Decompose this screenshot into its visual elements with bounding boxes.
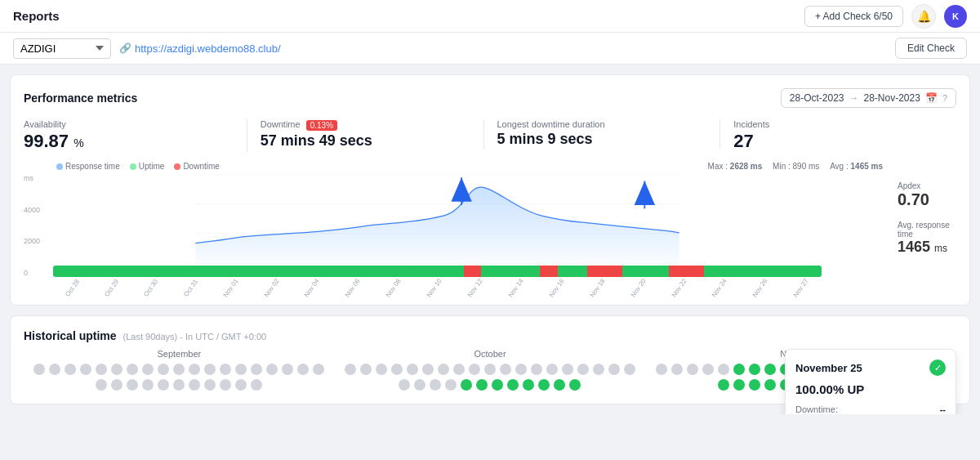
dot[interactable] (127, 364, 138, 375)
dot[interactable] (453, 364, 465, 375)
date-separator: → (849, 92, 859, 104)
y-label-ms: ms (24, 174, 53, 182)
dot[interactable] (111, 379, 122, 391)
site-selector[interactable]: AZDIGI (13, 38, 111, 59)
dot[interactable] (749, 379, 760, 391)
edit-check-button[interactable]: Edit Check (895, 38, 967, 59)
dot[interactable] (624, 364, 635, 375)
dot[interactable] (173, 379, 185, 391)
dot[interactable] (593, 364, 604, 375)
dot[interactable] (461, 379, 472, 391)
notifications-button[interactable]: 🔔 (911, 4, 936, 29)
dot[interactable] (189, 364, 200, 375)
dot[interactable] (749, 364, 760, 375)
dot[interactable] (569, 379, 581, 391)
dot[interactable] (554, 379, 565, 391)
dot[interactable] (173, 364, 185, 375)
dot[interactable] (608, 364, 620, 375)
dot[interactable] (484, 364, 496, 375)
dot[interactable] (687, 364, 698, 375)
dot[interactable] (671, 364, 683, 375)
x-axis: Oct 28 Oct 29 Oct 30 Oct 31 Nov 01 Nov 0… (53, 284, 822, 292)
dot[interactable] (266, 364, 278, 375)
page-title: Reports (13, 9, 60, 23)
apdex-label: Apdex (898, 181, 956, 190)
dot[interactable] (764, 364, 776, 375)
date-range-picker[interactable]: 28-Oct-2023 → 28-Nov-2023 📅 ? (781, 88, 956, 108)
chart-container: Response time Uptime Downtime Max : 2628… (24, 162, 956, 292)
dot[interactable] (376, 364, 387, 375)
dot[interactable] (733, 379, 745, 391)
dot[interactable] (407, 364, 418, 375)
dot[interactable] (469, 364, 480, 375)
dot[interactable] (345, 364, 356, 375)
dot[interactable] (204, 379, 216, 391)
dot[interactable] (360, 364, 372, 375)
dot[interactable] (189, 379, 200, 391)
dot[interactable] (80, 364, 91, 375)
dot[interactable] (251, 364, 262, 375)
dot[interactable] (235, 379, 247, 391)
dot[interactable] (438, 364, 449, 375)
side-metrics: Apdex 0.70 Avg. response time 1465 ms (891, 174, 956, 292)
dot[interactable] (65, 364, 76, 375)
dot[interactable] (538, 379, 550, 391)
dot[interactable] (49, 364, 60, 375)
dot[interactable] (445, 379, 457, 391)
dot[interactable] (764, 379, 776, 391)
dot[interactable] (96, 379, 107, 391)
dot[interactable] (235, 364, 247, 375)
chart-svg (53, 174, 822, 264)
add-check-button[interactable]: + Add Check 6/50 (804, 6, 903, 27)
dot[interactable] (142, 379, 154, 391)
uptime-title: Historical uptime (24, 329, 117, 342)
dot[interactable] (507, 379, 519, 391)
dot[interactable] (523, 379, 534, 391)
response-time-dot (56, 163, 63, 170)
dot[interactable] (546, 364, 558, 375)
dot[interactable] (111, 364, 122, 375)
dot[interactable] (414, 379, 425, 391)
dot[interactable] (297, 364, 309, 375)
dot[interactable] (422, 364, 434, 375)
dot[interactable] (531, 364, 542, 375)
dot[interactable] (718, 379, 729, 391)
top-bar-actions: + Add Check 6/50 🔔 K (804, 4, 967, 29)
dot[interactable] (282, 364, 293, 375)
top-bar: Reports + Add Check 6/50 🔔 K (0, 0, 980, 33)
dot[interactable] (313, 364, 324, 375)
dot[interactable] (515, 364, 527, 375)
dot[interactable] (500, 364, 511, 375)
dot[interactable] (718, 364, 729, 375)
dot[interactable] (204, 364, 216, 375)
dot[interactable] (430, 379, 441, 391)
dot[interactable] (577, 364, 589, 375)
dot[interactable] (220, 364, 231, 375)
downtime-metric: Downtime 0.13% 57 mins 49 secs (247, 119, 484, 150)
dot[interactable] (733, 364, 745, 375)
dot[interactable] (476, 379, 488, 391)
dot[interactable] (158, 364, 169, 375)
downtime-value: 57 mins 49 secs (261, 132, 470, 150)
dot[interactable] (391, 364, 403, 375)
dot[interactable] (220, 379, 231, 391)
avatar[interactable]: K (944, 5, 967, 28)
availability-metric: Availability 99.87 % (24, 119, 247, 152)
dot[interactable] (702, 364, 714, 375)
y-label-2000: 2000 (24, 237, 53, 245)
uptime-header: Historical uptime (Last 90days) - In UTC… (24, 329, 956, 342)
dot[interactable] (96, 364, 107, 375)
site-url-link[interactable]: 🔗 https://azdigi.webdemo88.club/ (119, 42, 281, 55)
chart-stats: Max : 2628 ms Min : 890 ms Avg : 1465 ms (708, 162, 883, 171)
dot[interactable] (399, 379, 410, 391)
dot[interactable] (562, 364, 573, 375)
dot[interactable] (492, 379, 503, 391)
dot[interactable] (127, 379, 138, 391)
dot[interactable] (158, 379, 169, 391)
dot[interactable] (251, 379, 262, 391)
uptime-tooltip: November 25 ✓ 100.00% UP Downtime: -- In… (785, 349, 956, 414)
tooltip-downtime-label: Downtime: (795, 404, 838, 414)
dot[interactable] (656, 364, 667, 375)
dot[interactable] (33, 364, 45, 375)
dot[interactable] (142, 364, 154, 375)
